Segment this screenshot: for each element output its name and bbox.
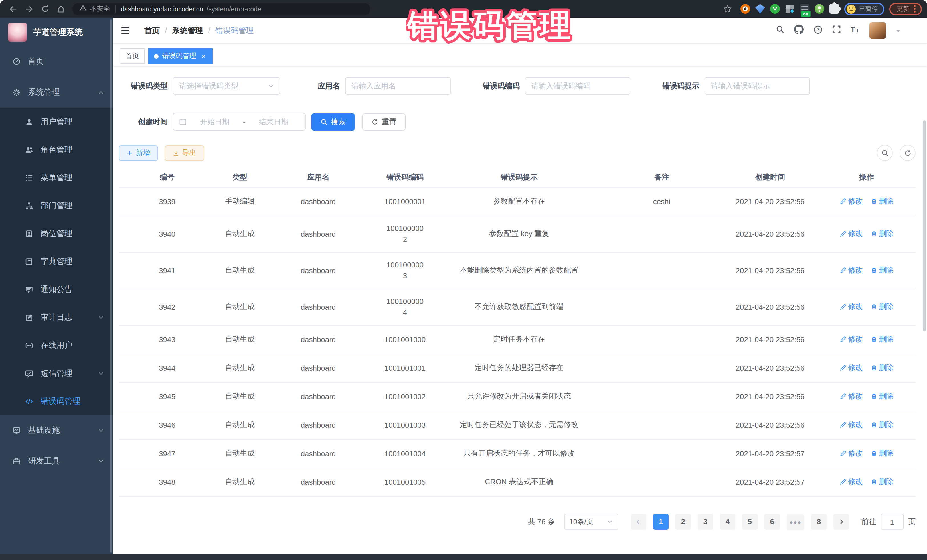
error-code-input[interactable] <box>525 77 631 95</box>
close-tag-icon[interactable]: × <box>200 52 207 60</box>
edit-link[interactable]: 修改 <box>839 265 863 275</box>
delete-link[interactable]: 删除 <box>870 391 894 401</box>
column-header[interactable]: 备注 <box>601 168 723 187</box>
column-header[interactable]: 错误码编码 <box>372 168 438 187</box>
sidebar-item-audit-log[interactable]: 审计日志 <box>0 304 113 331</box>
column-header[interactable]: 编号 <box>119 168 216 187</box>
browser-forward-button[interactable] <box>23 3 35 15</box>
sidebar-item-notice[interactable]: 通知公告 <box>0 275 113 304</box>
browser-home-button[interactable] <box>55 3 67 15</box>
edit-link[interactable]: 修改 <box>839 334 863 344</box>
column-header[interactable]: 错误码提示 <box>438 168 601 187</box>
breadcrumb-item[interactable]: 首页 <box>144 25 160 36</box>
edit-link[interactable]: 修改 <box>839 420 863 430</box>
github-icon[interactable] <box>794 24 804 36</box>
edit-link[interactable]: 修改 <box>839 302 863 312</box>
extension-icon[interactable] <box>740 4 750 14</box>
create-time-range-picker[interactable]: 开始日期 - 结束日期 <box>173 113 306 131</box>
delete-link[interactable]: 删除 <box>870 420 894 430</box>
sidebar-item-post[interactable]: 岗位管理 <box>0 220 113 247</box>
edit-link[interactable]: 修改 <box>839 363 863 373</box>
search-button[interactable]: 搜索 <box>312 113 355 130</box>
page-button-3[interactable]: 3 <box>698 513 713 530</box>
delete-link[interactable]: 删除 <box>870 363 894 373</box>
edit-link[interactable]: 修改 <box>839 477 863 487</box>
error-type-select[interactable]: 请选择错误码类型 <box>173 77 280 95</box>
app-logo[interactable]: 芋道管理系统 <box>0 18 113 46</box>
edit-link[interactable]: 修改 <box>839 448 863 458</box>
refresh-table-button[interactable] <box>900 145 916 161</box>
sidebar-item-home[interactable]: 首页 <box>0 46 113 77</box>
goto-page-input[interactable] <box>881 514 904 530</box>
browser-back-button[interactable] <box>7 3 20 15</box>
address-bar[interactable]: 不安全 dashboard.yudao.iocoder.cn/system/er… <box>73 3 370 15</box>
page-button-1[interactable]: 1 <box>653 513 669 530</box>
sidebar-item-dict[interactable]: 字典管理 <box>0 247 113 275</box>
extension-icon[interactable] <box>770 4 780 14</box>
column-header[interactable]: 类型 <box>216 168 264 187</box>
tag-错误码管理[interactable]: 错误码管理× <box>148 49 213 64</box>
sidebar-item-error-code[interactable]: 错误码管理 <box>0 387 113 415</box>
error-hint-input[interactable] <box>705 77 810 95</box>
page-button-8[interactable]: 8 <box>811 513 827 530</box>
column-header[interactable]: 应用名 <box>264 168 372 187</box>
sidebar-item-dept[interactable]: 部门管理 <box>0 191 113 220</box>
delete-link[interactable]: 删除 <box>870 334 894 344</box>
extension-icon[interactable] <box>755 4 765 14</box>
tag-首页[interactable]: 首页 <box>120 49 145 64</box>
page-button-6[interactable]: 6 <box>764 513 780 530</box>
add-button[interactable]: 新增 <box>119 145 158 161</box>
sidebar-item-system[interactable]: 系统管理 <box>0 77 113 108</box>
export-button[interactable]: 导出 <box>165 145 204 161</box>
column-header[interactable]: 操作 <box>818 168 916 187</box>
sidebar-scrollbar[interactable] <box>110 20 112 552</box>
sidebar-item-role[interactable]: 角色管理 <box>0 136 113 164</box>
bookmark-star-icon[interactable] <box>721 3 734 15</box>
window-scrollbar[interactable] <box>923 120 926 331</box>
more-pages-button[interactable]: ●●● <box>787 514 804 530</box>
fullscreen-icon[interactable] <box>832 25 841 36</box>
delete-link[interactable]: 删除 <box>870 448 894 458</box>
chevron-down-icon[interactable] <box>896 25 901 36</box>
sidebar-item-infra[interactable]: 基础设施 <box>0 415 113 446</box>
extensions-puzzle-icon[interactable] <box>830 4 839 14</box>
next-page-button[interactable] <box>833 514 849 530</box>
page-button-2[interactable]: 2 <box>675 513 691 530</box>
help-icon[interactable]: ? <box>813 25 823 36</box>
toggle-search-button[interactable] <box>877 145 893 161</box>
extension-icon[interactable] <box>785 4 795 14</box>
extension-icon[interactable] <box>815 4 824 14</box>
delete-link[interactable]: 删除 <box>870 196 894 206</box>
gear-icon <box>12 88 21 96</box>
reset-button[interactable]: 重置 <box>362 113 406 130</box>
page-button-4[interactable]: 4 <box>720 513 736 530</box>
delete-link[interactable]: 删除 <box>870 229 894 239</box>
delete-link[interactable]: 删除 <box>870 265 894 275</box>
page-button-5[interactable]: 5 <box>742 513 758 530</box>
sidebar-item-sms[interactable]: 短信管理 <box>0 359 113 387</box>
delete-link[interactable]: 删除 <box>870 477 894 487</box>
extension-icon[interactable]: on <box>800 4 810 14</box>
user-avatar[interactable] <box>869 22 886 39</box>
svg-text:?: ? <box>816 26 819 32</box>
edit-link[interactable]: 修改 <box>839 391 863 401</box>
edit-link[interactable]: 修改 <box>839 229 863 239</box>
search-icon[interactable] <box>776 25 784 36</box>
browser-profile-button[interactable]: 已暂停 <box>844 3 884 15</box>
update-label: 更新 <box>897 5 909 13</box>
sidebar-item-user[interactable]: 用户管理 <box>0 108 113 136</box>
hamburger-icon[interactable] <box>117 23 132 38</box>
sidebar-item-dev-tool[interactable]: 研发工具 <box>0 446 113 477</box>
prev-page-button[interactable] <box>631 514 646 530</box>
font-size-icon[interactable]: TT <box>851 25 860 36</box>
browser-update-button[interactable]: 更新 <box>889 3 922 15</box>
breadcrumb-item[interactable]: 系统管理 <box>172 25 203 36</box>
sidebar-item-online-user[interactable]: 在线用户 <box>0 331 113 359</box>
column-header[interactable]: 创建时间 <box>723 168 818 187</box>
app-name-input[interactable] <box>345 77 451 95</box>
delete-link[interactable]: 删除 <box>870 302 894 312</box>
edit-link[interactable]: 修改 <box>839 196 863 206</box>
page-size-select[interactable]: 10条/页 <box>564 514 619 530</box>
sidebar-item-menu[interactable]: 菜单管理 <box>0 164 113 191</box>
browser-reload-button[interactable] <box>39 3 51 15</box>
